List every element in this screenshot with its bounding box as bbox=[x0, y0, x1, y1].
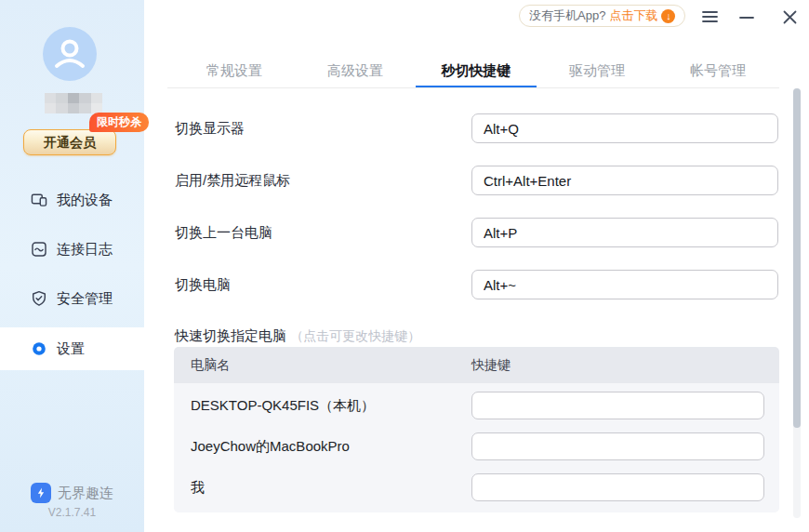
download-icon: ↓ bbox=[661, 9, 675, 23]
sidebar-item-my-devices[interactable]: 我的设备 bbox=[0, 179, 144, 221]
close-icon bbox=[783, 10, 797, 24]
hotkey-row-previous-computer: 切换上一台电脑 bbox=[175, 218, 779, 247]
sidebar-item-label: 设置 bbox=[57, 340, 85, 358]
hotkey-label: 切换上一台电脑 bbox=[175, 218, 272, 247]
hotkey-input-switch-computer[interactable] bbox=[471, 270, 778, 299]
app-window: 限时秒杀 开通会员 我的设备 连接日志 bbox=[0, 0, 809, 532]
computer-hotkey-input[interactable] bbox=[471, 392, 764, 419]
settings-icon bbox=[31, 340, 47, 357]
hotkey-input-remote-mouse[interactable] bbox=[471, 166, 778, 195]
sidebar-item-label: 连接日志 bbox=[57, 241, 113, 259]
tab-driver-management[interactable]: 驱动管理 bbox=[537, 56, 657, 88]
settings-tabbar: 常规设置 高级设置 秒切快捷键 驱动管理 帐号管理 bbox=[174, 56, 778, 88]
avatar[interactable] bbox=[43, 27, 97, 81]
quick-switch-section-title: 快速切换指定电脑 （点击可更改快捷键） bbox=[175, 327, 420, 345]
computer-hotkey-input[interactable] bbox=[471, 432, 764, 460]
download-action-text: 点击下载 bbox=[609, 7, 657, 24]
hotkey-input-switch-monitor[interactable] bbox=[471, 113, 778, 143]
table-row: DESKTOP-QK45FIS（本机） bbox=[174, 385, 779, 426]
sidebar-item-connection-log[interactable]: 连接日志 bbox=[0, 228, 144, 271]
computer-name: DESKTOP-QK45FIS（本机） bbox=[191, 385, 375, 426]
computer-name: 我 bbox=[191, 467, 205, 508]
user-avatar-icon bbox=[43, 27, 97, 81]
open-vip-button[interactable]: 开通会员 bbox=[23, 129, 116, 155]
column-header-computer-name: 电脑名 bbox=[191, 347, 230, 383]
minimize-icon bbox=[739, 10, 754, 23]
devices-icon bbox=[31, 192, 47, 208]
close-button[interactable] bbox=[779, 7, 800, 27]
table-body: DESKTOP-QK45FIS（本机） JoeyChow的MacBookPro … bbox=[174, 383, 779, 512]
scrollbar-thumb[interactable] bbox=[793, 88, 801, 428]
sidebar-item-security[interactable]: 安全管理 bbox=[0, 277, 144, 320]
table-row: 我 bbox=[174, 467, 779, 508]
log-icon bbox=[31, 241, 47, 258]
censored-username bbox=[45, 93, 102, 113]
hotkey-row-switch-computer: 切换电脑 bbox=[175, 270, 779, 299]
tab-quick-switch-hotkeys[interactable]: 秒切快捷键 bbox=[416, 56, 537, 88]
mobile-app-download-button[interactable]: 没有手机App? 点击下载 ↓ bbox=[519, 5, 685, 27]
lightning-logo-icon bbox=[31, 483, 51, 503]
tabbar-divider bbox=[167, 87, 779, 88]
tab-advanced-settings[interactable]: 高级设置 bbox=[295, 56, 416, 88]
computer-name: JoeyChow的MacBookPro bbox=[191, 426, 350, 467]
sidebar-item-settings[interactable]: 设置 bbox=[0, 327, 144, 370]
hotkey-row-remote-mouse: 启用/禁用远程鼠标 bbox=[175, 166, 779, 195]
section-title-text: 快速切换指定电脑 bbox=[175, 327, 286, 343]
minimize-button[interactable] bbox=[736, 7, 757, 27]
shield-icon bbox=[31, 290, 47, 307]
sidebar-item-label: 我的设备 bbox=[57, 192, 113, 209]
download-prompt-text: 没有手机App? bbox=[529, 7, 605, 24]
flash-sale-badge: 限时秒杀 bbox=[89, 113, 149, 132]
hotkey-input-previous-computer[interactable] bbox=[471, 218, 778, 247]
quick-switch-table: 电脑名 快捷键 DESKTOP-QK45FIS（本机） JoeyChow的Mac… bbox=[174, 347, 779, 512]
tab-general-settings[interactable]: 常规设置 bbox=[174, 56, 295, 88]
app-version: V2.1.7.41 bbox=[0, 506, 144, 519]
hotkey-label: 切换显示器 bbox=[175, 113, 245, 143]
menu-button[interactable] bbox=[699, 7, 720, 27]
sidebar-item-label: 安全管理 bbox=[57, 290, 113, 308]
hotkey-row-switch-monitor: 切换显示器 bbox=[175, 113, 779, 143]
column-header-hotkey: 快捷键 bbox=[471, 347, 511, 383]
hotkey-label: 切换电脑 bbox=[175, 270, 231, 299]
brand-name: 无界趣连 bbox=[58, 485, 113, 502]
section-hint-text: （点击可更改快捷键） bbox=[290, 328, 420, 343]
computer-hotkey-input[interactable] bbox=[471, 473, 764, 501]
brand: 无界趣连 bbox=[0, 483, 144, 503]
hamburger-icon bbox=[702, 10, 718, 23]
table-header: 电脑名 快捷键 bbox=[174, 347, 779, 383]
hotkey-label: 启用/禁用远程鼠标 bbox=[175, 166, 290, 195]
sidebar: 限时秒杀 开通会员 我的设备 连接日志 bbox=[0, 0, 144, 532]
tab-account-management[interactable]: 帐号管理 bbox=[657, 56, 778, 88]
table-row: JoeyChow的MacBookPro bbox=[174, 426, 779, 467]
